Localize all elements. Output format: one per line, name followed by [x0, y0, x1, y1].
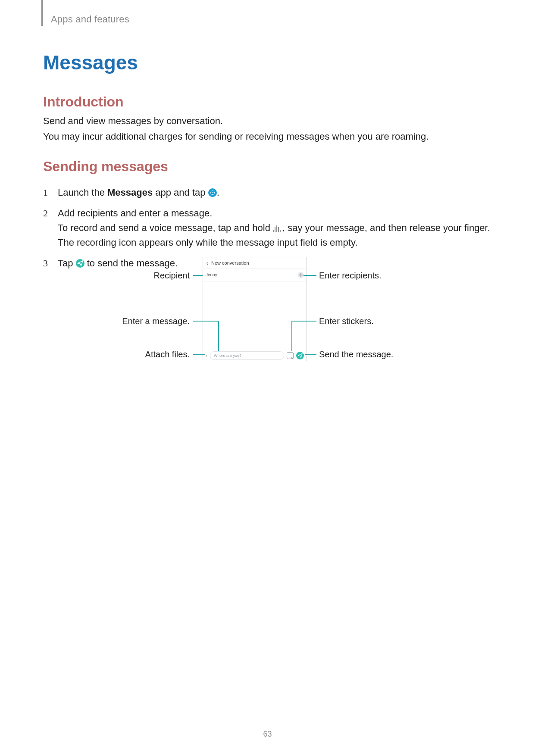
- leader-line: [305, 354, 316, 355]
- compose-icon: [208, 188, 217, 197]
- messages-diagram: ‹ New conversation Jenny › Where are you…: [43, 257, 492, 369]
- step-number: 2: [43, 206, 48, 221]
- leader-line: [193, 275, 203, 276]
- page-number: 63: [0, 730, 535, 739]
- step-2-line2-pre: To record and send a voice message, tap …: [58, 222, 273, 233]
- leader-line: [193, 321, 219, 322]
- step-1-text-pre: Launch the: [58, 187, 107, 198]
- back-chevron-icon: ‹: [206, 258, 208, 269]
- step-number: 1: [43, 185, 48, 200]
- callout-send-message: Send the message.: [319, 350, 393, 359]
- callout-recipient: Recipient: [43, 271, 190, 281]
- leader-line: [218, 321, 219, 351]
- step-1-end: .: [217, 187, 219, 198]
- phone-header-title: New conversation: [211, 260, 249, 266]
- edge-rule: [41, 0, 43, 26]
- page-title: Messages: [43, 51, 138, 74]
- add-recipient-icon: [298, 272, 304, 278]
- intro-paragraph-1: Send and view messages by conversation.: [43, 114, 492, 128]
- callout-enter-message: Enter a message.: [43, 316, 190, 326]
- compose-input: Where are you?: [210, 351, 284, 360]
- step-1: 1 Launch the Messages app and tap .: [43, 185, 492, 200]
- voice-wave-icon: [273, 225, 282, 232]
- leader-line: [303, 275, 316, 276]
- step-2: 2 Add recipients and enter a message. To…: [43, 206, 492, 250]
- sticker-icon: [287, 352, 294, 359]
- attach-chevron-icon: ›: [206, 353, 207, 359]
- callout-enter-recipients: Enter recipients.: [319, 271, 382, 281]
- manual-page: Apps and features Messages Introduction …: [0, 0, 535, 756]
- recipient-row: Jenny: [203, 269, 307, 281]
- breadcrumb: Apps and features: [51, 14, 129, 25]
- leader-line: [291, 321, 316, 322]
- heading-sending-messages: Sending messages: [43, 159, 168, 175]
- heading-introduction: Introduction: [43, 94, 124, 110]
- callout-enter-stickers: Enter stickers.: [319, 316, 374, 326]
- send-button-icon: [296, 352, 304, 359]
- intro-paragraph-2: You may incur additional charges for sen…: [43, 129, 492, 144]
- leader-line: [291, 321, 292, 351]
- callout-attach-files: Attach files.: [43, 350, 190, 359]
- leader-line: [193, 354, 205, 355]
- step-1-bold: Messages: [107, 187, 153, 198]
- phone-header: ‹ New conversation: [203, 257, 307, 269]
- recipient-value: Jenny: [206, 269, 217, 281]
- step-2-line1: Add recipients and enter a message.: [58, 208, 212, 219]
- step-1-text-post: app and tap: [153, 187, 208, 198]
